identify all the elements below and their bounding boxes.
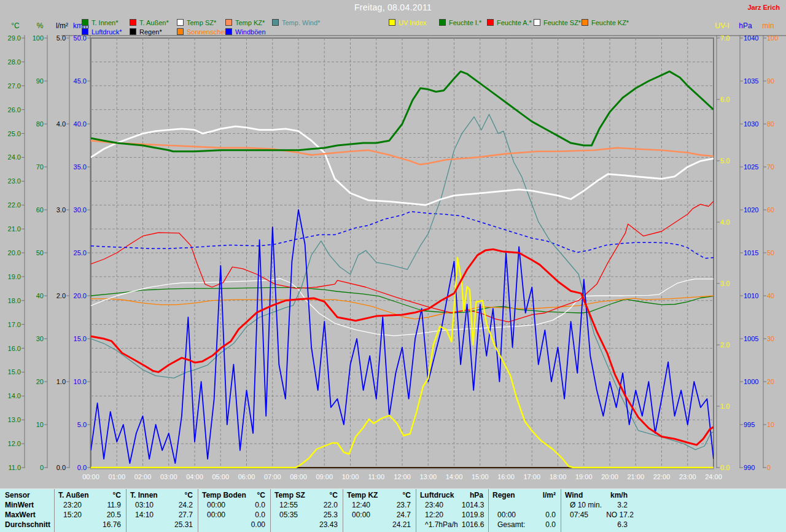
table-row: 0.00	[198, 520, 270, 530]
stat-value: 27.7	[171, 510, 193, 520]
svg-text:5.0: 5.0	[720, 157, 730, 164]
svg-text:80: 80	[767, 120, 774, 128]
sensor-name: Temp KZ	[347, 490, 384, 500]
stat-value: 25.31	[171, 520, 193, 530]
svg-text:13:00: 13:00	[419, 473, 437, 480]
svg-text:30.0: 30.0	[74, 206, 87, 214]
svg-text:6.0: 6.0	[720, 96, 730, 103]
legend-label: Temp SZ*	[187, 19, 216, 26]
svg-text:03:00: 03:00	[160, 473, 177, 480]
svg-text:60: 60	[767, 206, 774, 214]
sensor-column-temp-sz: Temp SZ°C12:5522.005:3525.323.43	[270, 489, 343, 532]
svg-text:09:00: 09:00	[316, 473, 333, 480]
stat-time: 00:00	[202, 500, 244, 510]
legend-item: Windböen	[225, 28, 266, 36]
stat-value: 1016.6	[462, 520, 484, 530]
axis-pct: %0102030405060708090100	[33, 21, 47, 471]
stat-time	[202, 520, 244, 530]
legend-swatch-icon	[534, 19, 540, 26]
legend-item: Temp SZ*	[177, 19, 216, 27]
svg-text:15.0: 15.0	[8, 368, 21, 376]
svg-text:10: 10	[767, 421, 774, 428]
stat-value: 0.0	[534, 520, 556, 530]
svg-text:11.0: 11.0	[8, 464, 21, 471]
stat-time: 05:35	[274, 510, 316, 520]
svg-text:1005: 1005	[744, 335, 758, 342]
stat-time: 00:00	[492, 510, 534, 520]
stat-time	[492, 500, 534, 510]
axis-kmh: km/h0.05.010.015.020.025.030.035.040.045…	[73, 21, 90, 471]
svg-text:45.0: 45.0	[74, 77, 87, 85]
svg-text:10.0: 10.0	[74, 378, 87, 385]
stat-value: 0.0	[244, 500, 265, 510]
svg-text:1035: 1035	[744, 77, 758, 85]
legend-label: Feuchte A.*	[497, 19, 532, 26]
svg-text:1020: 1020	[744, 206, 758, 214]
legend-label: UV Index	[399, 19, 426, 26]
svg-text:29.0: 29.0	[8, 34, 21, 42]
legend-swatch-icon	[177, 28, 184, 35]
legend-label: Regen*	[139, 28, 162, 36]
weather-app-window: { "header": { "title": "Freitag, 08.04.2…	[0, 0, 786, 532]
stat-value: 24.7	[389, 510, 411, 520]
table-row: 15:2020.5	[55, 510, 126, 520]
table-row: 07:45NO 17.2	[561, 510, 632, 520]
legend-swatch-icon	[439, 19, 446, 26]
legend-label: Feuchte SZ*	[543, 19, 581, 26]
legend-item: T. Innen*	[82, 19, 118, 27]
legend-swatch-icon	[177, 19, 184, 26]
svg-text:0.0: 0.0	[720, 464, 730, 471]
svg-text:5.0: 5.0	[56, 34, 66, 42]
legend-label: Feuchte KZ*	[591, 19, 629, 26]
stat-time: 07:45	[565, 510, 606, 520]
svg-text:28.0: 28.0	[8, 58, 21, 66]
legend-label: Feuchte I.*	[449, 19, 481, 26]
stat-value: 0.0	[244, 510, 265, 520]
svg-text:20:00: 20:00	[601, 473, 618, 480]
table-row: 12:5522.0	[271, 500, 343, 510]
legend-label: Temp. Wind*	[282, 19, 320, 26]
legend-label: Sonnenschein	[187, 28, 230, 36]
table-row: 12:201019.8	[416, 510, 488, 520]
svg-text:4.0: 4.0	[56, 120, 66, 128]
table-row: Regenl/m²	[489, 489, 561, 500]
table-row: Temp KZ°C	[343, 489, 416, 500]
sensor-column-temp-boden: Temp Boden°C00:000.000:000.00.00	[198, 489, 270, 532]
stat-value: 23.7	[389, 500, 411, 510]
table-row: 6.3	[561, 520, 632, 530]
svg-text:27.0: 27.0	[8, 82, 21, 90]
legend-item: Temp KZ*	[225, 19, 265, 27]
stat-value: NO 17.2	[606, 510, 634, 520]
row-label: MinWert	[0, 500, 54, 510]
row-label: Sensor	[0, 489, 54, 500]
svg-text:3.0: 3.0	[56, 206, 66, 214]
sensor-name: T. Innen	[130, 490, 166, 500]
legend-label: Windböen	[235, 28, 266, 36]
svg-text:50: 50	[36, 249, 44, 256]
table-row: 00:000.0	[198, 500, 270, 510]
svg-text:04:00: 04:00	[186, 473, 203, 480]
svg-text:40.0: 40.0	[74, 120, 87, 128]
sensor-name: Temp SZ	[274, 490, 311, 500]
table-row: T. Außen°C	[55, 489, 126, 500]
svg-text:1000: 1000	[744, 378, 758, 385]
stat-time: ^1.7hPa/h	[420, 520, 462, 530]
svg-text:14.0: 14.0	[8, 392, 21, 399]
table-row: T. Innen°C	[126, 489, 198, 500]
svg-text:15.0: 15.0	[74, 335, 87, 342]
table-row: 24.21	[343, 520, 416, 530]
legend-label: T. Außen*	[139, 19, 169, 26]
stat-value: 1019.8	[462, 510, 484, 520]
svg-text:1.0: 1.0	[56, 378, 66, 385]
svg-text:20.0: 20.0	[8, 249, 21, 256]
svg-text:2.0: 2.0	[720, 341, 730, 349]
legend-item: Feuchte KZ*	[582, 19, 629, 27]
table-row: LuftdruckhPa	[416, 489, 488, 500]
svg-text:15:00: 15:00	[472, 473, 489, 480]
table-row: 00:000.0	[489, 510, 561, 520]
legend-swatch-icon	[130, 28, 136, 35]
svg-text:20.0: 20.0	[74, 292, 87, 299]
table-row	[489, 500, 561, 510]
sensor-column-t-innen: T. Innen°C03:1024.214:1027.725.31	[126, 489, 198, 532]
svg-text:20: 20	[36, 378, 44, 385]
